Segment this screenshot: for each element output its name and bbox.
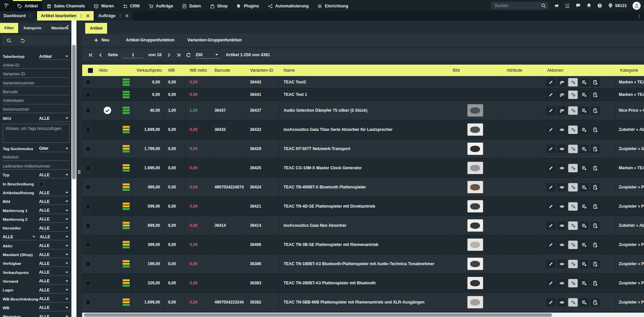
filter-select-warentyp[interactable]: ALLE <box>39 313 69 317</box>
avatar[interactable] <box>633 2 641 10</box>
add-note-button[interactable] <box>590 241 600 249</box>
table-row[interactable]: 329,000,000,0036383TEAC TN-280BT-A3 Plat… <box>82 274 644 293</box>
stock-level-indicator[interactable] <box>123 78 130 86</box>
horizontal-scrollbar-thumb[interactable] <box>84 313 552 317</box>
row-checkbox[interactable] <box>86 127 91 132</box>
table-row[interactable]: 699,000,000,003641436414IsoAcoustics Gai… <box>82 216 644 235</box>
product-image[interactable] <box>468 200 483 212</box>
tab-aufträge[interactable]: Aufträge⋮✕ <box>95 11 133 21</box>
add-to-list-button[interactable] <box>579 145 589 153</box>
view-button[interactable] <box>557 164 567 172</box>
view-button[interactable] <box>557 202 567 211</box>
stock-level-indicator[interactable] <box>123 183 130 191</box>
tab-artikel-bearbeiten[interactable]: Artikel bearbeiten⋮✕ <box>37 11 93 21</box>
filter-select-hersteller[interactable]: ALLE <box>39 225 69 232</box>
description-preview-button[interactable] <box>568 126 578 134</box>
filter-select-left[interactable]: ALLE <box>3 234 36 240</box>
select-all-checkbox[interactable] <box>88 68 93 73</box>
sidebar-tab-filter[interactable]: Filter <box>0 23 18 33</box>
add-to-list-button[interactable] <box>579 126 589 134</box>
bell-icon[interactable] <box>586 3 591 8</box>
column-header-barcode[interactable]: Barcode <box>210 68 246 73</box>
filter-select-markierung-1[interactable]: ALLE <box>39 207 69 214</box>
filter-select-right[interactable]: ALLE <box>40 234 69 240</box>
filter-input-seriennummer[interactable] <box>3 106 69 113</box>
sidebar-scrollbar-thumb[interactable] <box>72 45 76 179</box>
product-image[interactable] <box>468 143 483 155</box>
filter-select-aktiv[interactable]: ALLE <box>39 243 69 249</box>
add-to-list-button[interactable] <box>579 164 589 172</box>
row-checkbox[interactable] <box>86 300 91 305</box>
table-row[interactable]: 1.699,000,000,003643236432IsoAcoustics G… <box>82 120 644 139</box>
view-button[interactable] <box>557 241 567 249</box>
megaphone-icon[interactable] <box>554 3 559 8</box>
stock-level-indicator[interactable] <box>123 107 130 114</box>
filter-select-mandant-shop[interactable]: ALLE <box>39 251 69 258</box>
column-header-kategorie[interactable]: Kategorie <box>616 68 644 73</box>
edit-button[interactable] <box>546 78 555 86</box>
column-header-name[interactable]: Name <box>279 68 448 73</box>
stock-level-indicator[interactable] <box>123 241 130 248</box>
row-checkbox[interactable] <box>86 108 91 113</box>
topnav-item-einrichtung[interactable]: Einrichtung <box>313 0 352 11</box>
filter-input-variantennummer[interactable] <box>3 80 69 86</box>
sidebar-collapse-button[interactable] <box>65 25 70 30</box>
view-button[interactable] <box>557 221 567 230</box>
description-preview-button[interactable] <box>568 183 578 191</box>
product-image[interactable] <box>468 104 483 116</box>
description-preview-button[interactable] <box>568 106 578 115</box>
column-header-verkaufspreis[interactable]: Verkaufspreis <box>132 68 164 73</box>
previous-page-button[interactable] <box>98 52 103 58</box>
description-preview-button[interactable] <box>568 78 578 86</box>
table-row[interactable]: 599,000,000,0036421TEAC TN-4D-SE Platten… <box>82 197 644 216</box>
description-preview-button[interactable] <box>568 145 578 153</box>
topnav-item-automatisierung[interactable]: Automatisierung <box>263 0 313 11</box>
global-search-input[interactable] <box>491 2 548 9</box>
column-header-aktionen[interactable]: Aktionen <box>543 68 616 73</box>
edit-button[interactable] <box>546 145 555 153</box>
new-article-button[interactable]: Neu <box>89 34 114 46</box>
edit-button[interactable] <box>546 126 555 134</box>
stock-level-indicator[interactable] <box>123 260 130 268</box>
filter-input-notiztext[interactable] <box>3 154 69 161</box>
stock-level-indicator[interactable] <box>123 145 130 152</box>
edit-button[interactable] <box>546 91 555 99</box>
sidebar-splitter[interactable] <box>76 21 82 317</box>
filter-select-sku[interactable]: ALLE <box>39 115 69 122</box>
row-checkbox[interactable] <box>86 146 91 151</box>
add-note-button[interactable] <box>590 298 600 307</box>
topnav-item-aufträge[interactable]: Aufträge <box>144 0 178 11</box>
view-button[interactable] <box>557 260 567 268</box>
row-checkbox[interactable] <box>86 242 91 247</box>
view-button[interactable] <box>557 183 567 191</box>
filter-select-verfügbar[interactable]: ALLE <box>39 260 69 267</box>
tabbar-overflow-menu[interactable]: ⋮ <box>637 11 644 21</box>
description-preview-button[interactable] <box>568 164 578 172</box>
product-image[interactable] <box>468 124 483 136</box>
row-checkbox[interactable] <box>86 223 91 228</box>
add-to-list-button[interactable] <box>579 241 589 249</box>
topnav-item-sales-channels[interactable]: Sales Channels <box>42 0 89 11</box>
row-checkbox[interactable] <box>86 80 91 85</box>
table-row[interactable]: 399,000,000,0036406TEAC TN-3B-SE Platten… <box>82 235 644 254</box>
tags-input[interactable]: Klicken, um Tags hinzuzufügen <box>3 124 69 143</box>
description-preview-button[interactable] <box>568 298 578 307</box>
first-page-button[interactable] <box>88 52 93 58</box>
table-row[interactable]: 1.699,000,000,00490703422324436382TEAC T… <box>82 293 644 312</box>
chat-icon[interactable] <box>576 3 581 8</box>
page-size-select[interactable]: 250 <box>196 51 219 59</box>
view-button[interactable] <box>557 279 567 287</box>
sidebar-tab-kategorie[interactable]: Kategorie <box>19 23 46 33</box>
table-row[interactable]: 40,001,001,003643736437Audio Selection D… <box>82 101 644 120</box>
stock-level-indicator[interactable] <box>123 222 130 229</box>
product-image[interactable] <box>468 277 483 289</box>
add-note-button[interactable] <box>590 126 600 134</box>
tab-close-icon[interactable]: ✕ <box>86 13 90 18</box>
add-note-button[interactable] <box>590 202 600 211</box>
table-row[interactable]: 0,000,000,0036442TEAC Test2Marken » TEAC <box>82 76 644 89</box>
app-logo[interactable] <box>0 0 13 11</box>
add-note-button[interactable] <box>590 260 600 268</box>
add-note-button[interactable] <box>590 145 600 153</box>
last-page-button[interactable] <box>176 52 181 58</box>
view-button[interactable] <box>557 145 567 153</box>
